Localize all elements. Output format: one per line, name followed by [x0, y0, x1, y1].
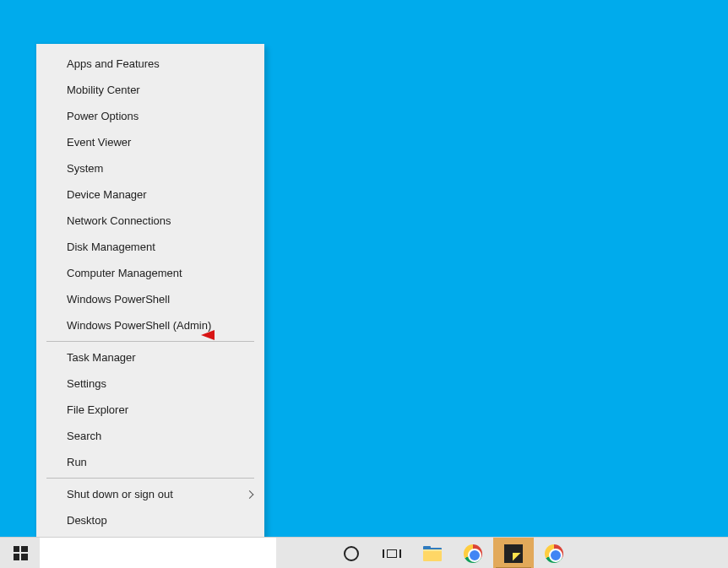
windows-logo-icon [14, 546, 28, 560]
chrome-icon [545, 544, 563, 563]
menu-item-label: Settings [67, 377, 106, 390]
menu-item-label: File Explorer [67, 403, 128, 416]
taskbar-item-chrome-2[interactable] [534, 538, 574, 568]
menu-item-label: Device Manager [67, 188, 147, 201]
taskbar-item-sticky-notes[interactable] [493, 538, 534, 568]
menu-item-label: Network Connections [67, 214, 171, 227]
menu-item-windows-powershell-admin[interactable]: Windows PowerShell (Admin) [36, 312, 264, 338]
taskbar-search-area[interactable] [40, 538, 276, 568]
taskbar [0, 537, 728, 568]
menu-item-label: Event Viewer [67, 136, 131, 149]
menu-item-settings[interactable]: Settings [36, 371, 264, 397]
menu-item-disk-management[interactable]: Disk Management [36, 234, 264, 260]
menu-item-event-viewer[interactable]: Event Viewer [36, 129, 264, 155]
menu-item-label: Desktop [67, 514, 107, 527]
menu-item-label: Disk Management [67, 241, 155, 253]
menu-item-search[interactable]: Search [36, 423, 264, 449]
menu-item-label: Task Manager [67, 351, 136, 364]
menu-item-device-manager[interactable]: Device Manager [36, 181, 264, 208]
menu-item-shut-down-or-sign-out[interactable]: Shut down or sign out [36, 481, 264, 507]
menu-item-computer-management[interactable]: Computer Management [36, 260, 264, 286]
taskbar-item-file-explorer[interactable] [412, 538, 453, 568]
menu-item-system[interactable]: System [36, 155, 264, 181]
sticky-notes-icon [504, 544, 523, 563]
menu-item-label: Run [67, 456, 87, 468]
menu-item-mobility-center[interactable]: Mobility Center [36, 77, 264, 103]
menu-item-label: Search [67, 430, 101, 442]
menu-item-power-options[interactable]: Power Options [36, 103, 264, 129]
task-view-button[interactable] [372, 538, 412, 568]
desktop[interactable]: Apps and Features Mobility Center Power … [0, 0, 728, 568]
menu-item-label: Computer Management [67, 267, 182, 279]
winx-context-menu: Apps and Features Mobility Center Power … [36, 44, 264, 538]
taskbar-item-chrome[interactable] [453, 538, 493, 568]
menu-item-label: Windows PowerShell [67, 293, 170, 306]
menu-item-network-connections[interactable]: Network Connections [36, 208, 264, 234]
file-explorer-icon [423, 546, 442, 561]
menu-item-file-explorer[interactable]: File Explorer [36, 397, 264, 423]
menu-item-apps-and-features[interactable]: Apps and Features [36, 51, 264, 77]
menu-item-run[interactable]: Run [36, 449, 264, 475]
menu-separator [46, 478, 254, 479]
chrome-icon [464, 544, 482, 563]
menu-separator [46, 341, 254, 342]
menu-item-label: Power Options [67, 110, 139, 122]
cortana-button[interactable] [331, 538, 372, 568]
start-button[interactable] [0, 538, 41, 569]
menu-item-label: System [67, 162, 103, 175]
menu-item-label: Mobility Center [67, 84, 140, 96]
menu-item-label: Apps and Features [67, 57, 160, 70]
menu-item-label: Shut down or sign out [67, 488, 173, 500]
menu-item-windows-powershell[interactable]: Windows PowerShell [36, 286, 264, 312]
menu-item-desktop[interactable]: Desktop [36, 507, 264, 533]
task-view-icon [384, 548, 399, 560]
taskbar-pinned-apps [331, 538, 574, 568]
cortana-icon [344, 546, 359, 561]
menu-item-label: Windows PowerShell (Admin) [67, 319, 211, 332]
menu-item-task-manager[interactable]: Task Manager [36, 344, 264, 371]
